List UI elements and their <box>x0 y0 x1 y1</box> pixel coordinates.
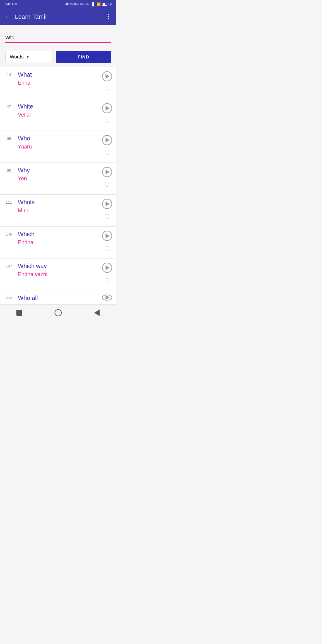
find-button[interactable]: FIND <box>56 51 111 63</box>
play-icon <box>106 138 109 143</box>
word-number: 60 <box>0 167 18 173</box>
bottom-nav <box>0 305 116 321</box>
play-button[interactable] <box>102 71 112 81</box>
favorite-button[interactable]: ♡ <box>102 148 112 158</box>
chevron-down-icon: ▼ <box>26 55 30 59</box>
word-actions: ♡ <box>100 103 112 126</box>
category-dropdown[interactable]: Words ▼ <box>5 51 52 63</box>
heart-icon: ♡ <box>104 86 110 93</box>
favorite-button[interactable]: ♡ <box>102 212 112 222</box>
category-dropdown-label: Words <box>10 54 24 60</box>
play-button[interactable] <box>102 167 112 177</box>
word-content: Why Yen <box>18 167 100 190</box>
play-icon <box>106 170 109 174</box>
heart-icon: ♡ <box>104 278 110 284</box>
word-actions: ♡ <box>100 71 112 95</box>
word-tamil: Yen <box>18 176 100 182</box>
word-english: Which <box>18 231 100 238</box>
status-bar: 1:45 PM 48.2KB/s VoLTE ▐▌ 📶 66 <box>0 0 116 8</box>
list-item: 111 Whole Mulu ♡ <box>0 195 116 227</box>
play-icon <box>106 295 109 300</box>
word-number: 233 <box>0 295 18 300</box>
word-number: 14 <box>0 71 18 77</box>
word-tamil: Mulu <box>18 208 100 214</box>
battery-level: 66 <box>109 2 112 6</box>
stop-button[interactable] <box>15 309 24 317</box>
word-english: Whole <box>18 199 100 206</box>
play-icon <box>106 106 109 111</box>
word-tamil: Endha <box>18 239 100 246</box>
signal-icon: ▐▌ <box>91 2 95 6</box>
play-button[interactable] <box>102 295 112 301</box>
more-options-button[interactable]: ⋮ <box>105 13 112 21</box>
list-item: 14 What Enna ♡ <box>0 67 116 99</box>
search-input[interactable] <box>5 32 111 42</box>
heart-icon: ♡ <box>104 182 110 188</box>
word-english: Why <box>18 167 100 174</box>
word-english: Who all <box>18 295 100 301</box>
play-icon <box>106 74 109 79</box>
word-content: Whole Mulu <box>18 199 100 222</box>
list-item: 60 Why Yen ♡ <box>0 163 116 195</box>
favorite-button[interactable]: ♡ <box>102 84 112 95</box>
word-tamil: Yaaru <box>18 144 100 150</box>
favorite-button[interactable]: ♡ <box>102 276 112 286</box>
home-button[interactable] <box>54 309 62 317</box>
favorite-button[interactable]: ♡ <box>102 244 112 254</box>
status-right: 48.2KB/s VoLTE ▐▌ 📶 66 <box>65 2 112 6</box>
play-button[interactable] <box>102 263 112 273</box>
word-tamil: Enna <box>18 80 100 86</box>
network-type: VoLTE <box>80 2 89 6</box>
back-nav-button[interactable] <box>93 309 101 317</box>
word-content: What Enna <box>18 71 100 95</box>
home-icon <box>55 309 62 316</box>
play-button[interactable] <box>102 135 112 145</box>
stop-icon <box>16 310 22 316</box>
word-english: What <box>18 71 100 78</box>
heart-icon: ♡ <box>104 118 110 125</box>
word-content: Which Endha <box>18 231 100 254</box>
word-tamil: Vellai <box>18 112 100 118</box>
word-english: Who <box>18 135 100 142</box>
word-number: 111 <box>0 199 18 205</box>
word-number: 56 <box>0 135 18 141</box>
word-english: White <box>18 103 100 110</box>
heart-icon: ♡ <box>104 214 110 220</box>
back-button[interactable]: ← <box>4 13 11 21</box>
word-number: 187 <box>0 263 18 268</box>
heart-icon: ♡ <box>104 150 110 157</box>
list-item: 233 Who all <box>0 290 116 305</box>
word-content: White Vellai <box>18 103 100 126</box>
list-item: 187 Which way Endha vazhi ♡ <box>0 258 116 290</box>
word-number: 47 <box>0 103 18 109</box>
word-english: Which way <box>18 263 100 270</box>
play-icon <box>106 233 109 238</box>
play-button[interactable] <box>102 103 112 113</box>
search-area <box>0 25 116 51</box>
play-icon <box>106 265 109 270</box>
favorite-button[interactable]: ♡ <box>102 116 112 126</box>
word-actions: ♡ <box>100 135 112 158</box>
word-actions <box>100 295 112 300</box>
word-list: 14 What Enna ♡ 47 White Vellai <box>0 67 116 305</box>
filter-row: Words ▼ FIND <box>0 51 116 67</box>
word-content: Which way Endha vazhi <box>18 263 100 286</box>
word-actions: ♡ <box>100 199 112 222</box>
time: 1:45 PM <box>4 2 18 6</box>
word-tamil: Endha vazhi <box>18 271 100 278</box>
back-icon <box>94 309 100 316</box>
list-item: 47 White Vellai ♡ <box>0 99 116 131</box>
word-content: Who Yaaru <box>18 135 100 158</box>
play-button[interactable] <box>102 231 112 241</box>
favorite-button[interactable]: ♡ <box>102 180 112 190</box>
word-actions: ♡ <box>100 167 112 190</box>
battery-icon <box>102 3 107 6</box>
battery-fill <box>103 3 105 5</box>
play-button[interactable] <box>102 199 112 209</box>
list-item: 149 Which Endha ♡ <box>0 227 116 258</box>
search-input-wrapper <box>5 32 111 43</box>
page-title: Learn Tamil <box>15 13 105 20</box>
word-content: Who all <box>18 295 100 300</box>
wifi-icon: 📶 <box>97 2 101 6</box>
app-bar: ← Learn Tamil ⋮ <box>0 8 116 25</box>
